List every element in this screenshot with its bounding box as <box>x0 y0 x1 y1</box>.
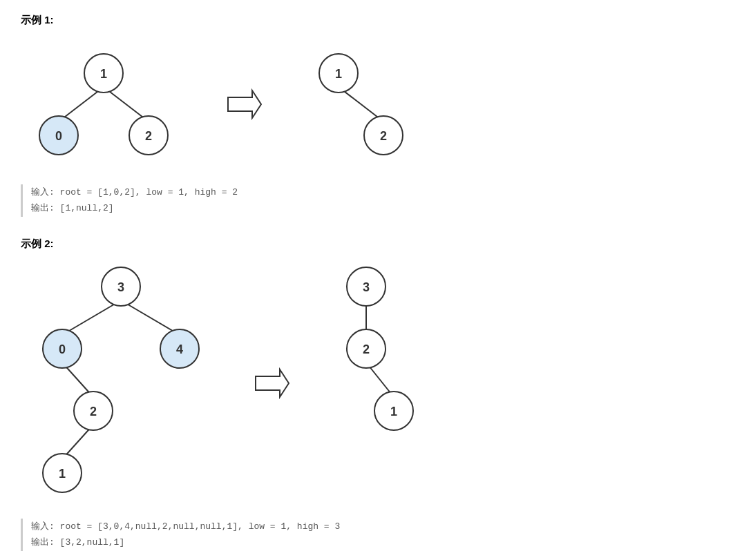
example-1-input: 输入: root = [1,0,2], low = 1, high = 2 <box>31 184 721 200</box>
svg-text:0: 0 <box>55 129 62 143</box>
example-2-diagram-row: 3 0 4 2 1 3 <box>21 259 721 508</box>
example-2-after-tree: 3 2 1 <box>311 259 449 508</box>
svg-text:2: 2 <box>145 129 152 143</box>
svg-text:3: 3 <box>117 280 124 294</box>
svg-text:2: 2 <box>380 129 387 143</box>
example-1-title: 示例 1: <box>21 14 721 27</box>
example-1: 示例 1: 1 0 2 1 <box>21 14 721 217</box>
svg-marker-28 <box>256 369 289 397</box>
svg-text:2: 2 <box>90 405 97 418</box>
svg-text:1: 1 <box>59 467 66 481</box>
example-1-input-text: 输入: root = [1,0,2], low = 1, high = 2 <box>31 187 238 197</box>
example-2-title: 示例 2: <box>21 238 721 251</box>
svg-text:1: 1 <box>100 67 107 81</box>
svg-text:0: 0 <box>59 342 66 356</box>
svg-line-15 <box>121 300 180 335</box>
example-1-after-tree: 1 2 <box>283 35 421 173</box>
svg-line-9 <box>339 87 383 122</box>
svg-text:4: 4 <box>176 342 183 356</box>
example-2-arrow <box>249 366 290 400</box>
svg-line-14 <box>62 300 121 335</box>
example-1-output-text: 输出: [1,null,2] <box>31 203 114 213</box>
svg-marker-8 <box>228 90 261 118</box>
example-2-arrow-container <box>249 259 290 508</box>
example-2-input-text: 输入: root = [3,0,4,null,2,null,null,1], l… <box>31 521 340 532</box>
svg-line-1 <box>104 87 149 122</box>
example-2: 示例 2: 3 0 4 2 1 <box>21 238 721 551</box>
example-1-before-tree: 1 0 2 <box>21 35 200 173</box>
example-2-before-tree: 3 0 4 2 1 <box>21 259 228 508</box>
svg-text:3: 3 <box>363 280 370 294</box>
example-2-output: 输出: [3,2,null,1] <box>31 534 721 550</box>
example-2-input: 输入: root = [3,0,4,null,2,null,null,1], l… <box>31 519 721 534</box>
svg-line-0 <box>59 87 104 122</box>
example-1-diagram-row: 1 0 2 1 2 <box>21 35 721 173</box>
example-2-output-text: 输出: [3,2,null,1] <box>31 537 124 548</box>
svg-text:1: 1 <box>335 67 342 81</box>
svg-text:2: 2 <box>363 342 370 356</box>
example-1-info: 输入: root = [1,0,2], low = 1, high = 2 输出… <box>21 184 721 217</box>
svg-text:1: 1 <box>390 405 397 418</box>
example-1-arrow <box>221 87 263 122</box>
example-1-output: 输出: [1,null,2] <box>31 200 721 216</box>
example-2-info: 输入: root = [3,0,4,null,2,null,null,1], l… <box>21 519 721 551</box>
